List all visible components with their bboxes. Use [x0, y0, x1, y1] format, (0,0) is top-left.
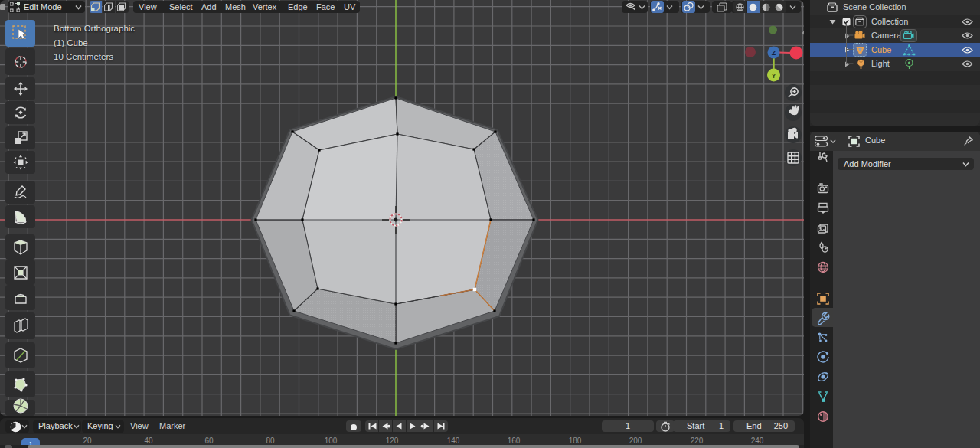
svg-text:Y: Y [771, 72, 776, 80]
svg-text:Z: Z [772, 49, 776, 57]
